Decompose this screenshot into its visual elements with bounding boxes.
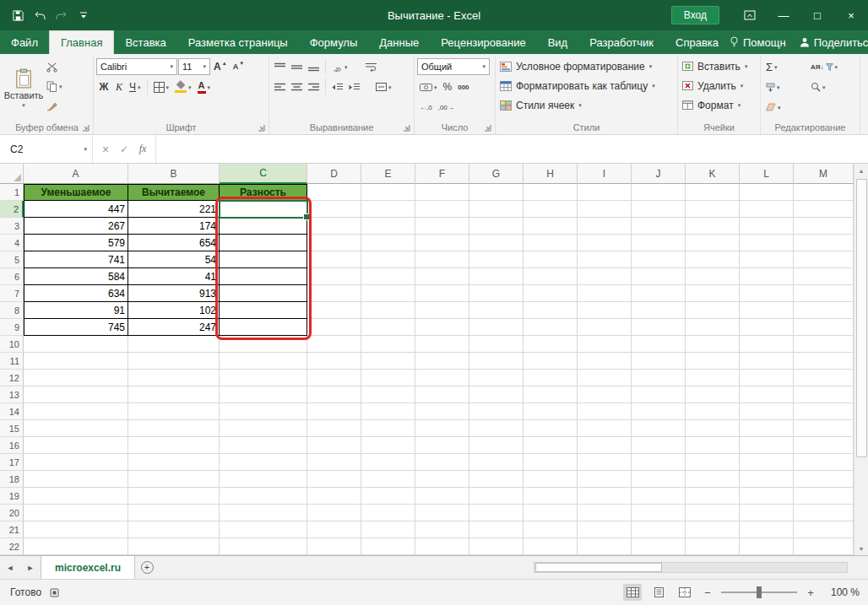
cell-B11[interactable] bbox=[128, 353, 220, 370]
cell-E4[interactable] bbox=[361, 235, 415, 251]
redo-button[interactable] bbox=[52, 6, 71, 24]
cell-D13[interactable] bbox=[307, 386, 361, 403]
cell-G11[interactable] bbox=[469, 353, 524, 370]
cell-B21[interactable] bbox=[128, 521, 220, 538]
align-bottom-button[interactable] bbox=[306, 58, 322, 76]
cell-D19[interactable] bbox=[307, 488, 361, 505]
increase-decimal-button[interactable]: ←,0 bbox=[417, 99, 435, 116]
cell-M19[interactable] bbox=[794, 488, 854, 505]
cell-C5[interactable] bbox=[220, 251, 307, 268]
cell-G9[interactable] bbox=[469, 319, 524, 336]
cell-E14[interactable] bbox=[361, 403, 415, 420]
cell-C21[interactable] bbox=[220, 521, 307, 538]
cell-F22[interactable] bbox=[415, 538, 469, 555]
cell-B13[interactable] bbox=[128, 386, 220, 403]
cell-F19[interactable] bbox=[415, 488, 469, 505]
cell-A21[interactable] bbox=[24, 521, 128, 538]
cell-A10[interactable] bbox=[24, 336, 128, 353]
column-header-I[interactable]: I bbox=[578, 164, 632, 184]
cell-B2[interactable]: 221 bbox=[128, 201, 220, 218]
cell-G19[interactable] bbox=[469, 488, 524, 505]
cell-K4[interactable] bbox=[686, 235, 740, 251]
zoom-level[interactable]: 100 % bbox=[824, 586, 860, 598]
row-header-13[interactable]: 13 bbox=[0, 386, 24, 403]
cell-M16[interactable] bbox=[794, 437, 854, 454]
cell-E12[interactable] bbox=[361, 370, 415, 386]
cell-D18[interactable] bbox=[307, 471, 361, 488]
cell-A7[interactable]: 634 bbox=[24, 285, 128, 302]
column-header-L[interactable]: L bbox=[740, 164, 794, 184]
cell-D21[interactable] bbox=[307, 521, 361, 538]
cell-B18[interactable] bbox=[128, 471, 220, 488]
row-header-2[interactable]: 2 bbox=[0, 201, 24, 218]
cell-K13[interactable] bbox=[686, 386, 740, 403]
cell-K12[interactable] bbox=[686, 370, 740, 386]
cell-K15[interactable] bbox=[686, 420, 740, 437]
cell-C13[interactable] bbox=[220, 386, 307, 403]
insert-cells-button[interactable]: Вставить ▾ bbox=[681, 57, 757, 76]
cell-G22[interactable] bbox=[469, 538, 524, 555]
cell-A12[interactable] bbox=[24, 370, 128, 386]
column-header-K[interactable]: K bbox=[686, 164, 740, 184]
cell-M2[interactable] bbox=[794, 201, 854, 218]
cell-I12[interactable] bbox=[578, 370, 632, 386]
cell-G12[interactable] bbox=[469, 370, 524, 386]
previous-sheet-button[interactable]: ◄ bbox=[0, 556, 20, 579]
cell-C20[interactable] bbox=[220, 505, 307, 521]
cell-K6[interactable] bbox=[686, 268, 740, 285]
cell-G18[interactable] bbox=[469, 471, 524, 488]
sort-filter-button[interactable]: АЯ↓ ▾ bbox=[808, 58, 840, 76]
row-header-6[interactable]: 6 bbox=[0, 268, 24, 285]
row-header-7[interactable]: 7 bbox=[0, 285, 24, 302]
cell-I17[interactable] bbox=[578, 454, 632, 471]
cell-B1[interactable]: Вычитаемое bbox=[128, 184, 220, 201]
cell-E17[interactable] bbox=[361, 454, 415, 471]
clipboard-dialog-launcher[interactable] bbox=[82, 124, 90, 132]
cell-D4[interactable] bbox=[307, 235, 361, 251]
cell-H15[interactable] bbox=[524, 420, 578, 437]
cell-G4[interactable] bbox=[469, 235, 524, 251]
cell-G5[interactable] bbox=[469, 251, 524, 268]
cell-D3[interactable] bbox=[307, 218, 361, 235]
cell-K18[interactable] bbox=[686, 471, 740, 488]
sign-in-button[interactable]: Вход bbox=[671, 6, 719, 24]
cell-E6[interactable] bbox=[361, 268, 415, 285]
maximize-button[interactable]: □ bbox=[800, 0, 834, 30]
bold-button[interactable]: Ж bbox=[96, 78, 111, 96]
cell-E1[interactable] bbox=[361, 184, 415, 201]
cell-L5[interactable] bbox=[740, 251, 794, 268]
cell-F20[interactable] bbox=[415, 505, 469, 521]
normal-view-button[interactable] bbox=[623, 584, 642, 601]
next-sheet-button[interactable]: ► bbox=[20, 556, 41, 579]
enter-button[interactable]: ✓ bbox=[115, 143, 133, 155]
cell-D20[interactable] bbox=[307, 505, 361, 521]
borders-button[interactable]: ▾ bbox=[151, 78, 172, 96]
cell-I15[interactable] bbox=[578, 420, 632, 437]
row-header-17[interactable]: 17 bbox=[0, 454, 24, 471]
cell-J19[interactable] bbox=[632, 488, 686, 505]
cell-F14[interactable] bbox=[415, 403, 469, 420]
cell-G21[interactable] bbox=[469, 521, 524, 538]
cell-M7[interactable] bbox=[794, 285, 854, 302]
cell-B15[interactable] bbox=[128, 420, 220, 437]
cell-A11[interactable] bbox=[24, 353, 128, 370]
align-middle-button[interactable] bbox=[289, 58, 305, 76]
cell-L1[interactable] bbox=[740, 184, 794, 201]
cell-L15[interactable] bbox=[740, 420, 794, 437]
cell-J16[interactable] bbox=[632, 437, 686, 454]
cell-E16[interactable] bbox=[361, 437, 415, 454]
cell-D7[interactable] bbox=[307, 285, 361, 302]
column-header-C[interactable]: C bbox=[220, 164, 307, 184]
cell-M4[interactable] bbox=[794, 235, 854, 251]
cell-M3[interactable] bbox=[794, 218, 854, 235]
cell-B5[interactable]: 54 bbox=[128, 251, 220, 268]
format-as-table-button[interactable]: Форматировать как таблицу ▾ bbox=[498, 76, 675, 95]
cell-C14[interactable] bbox=[220, 403, 307, 420]
orientation-button[interactable]: ab ▾ bbox=[329, 58, 350, 76]
cell-L3[interactable] bbox=[740, 218, 794, 235]
decrease-decimal-button[interactable]: ,00→ bbox=[436, 99, 457, 116]
cell-H17[interactable] bbox=[524, 454, 578, 471]
cell-B9[interactable]: 247 bbox=[128, 319, 220, 336]
cell-H2[interactable] bbox=[524, 201, 578, 218]
cell-J22[interactable] bbox=[632, 538, 686, 555]
